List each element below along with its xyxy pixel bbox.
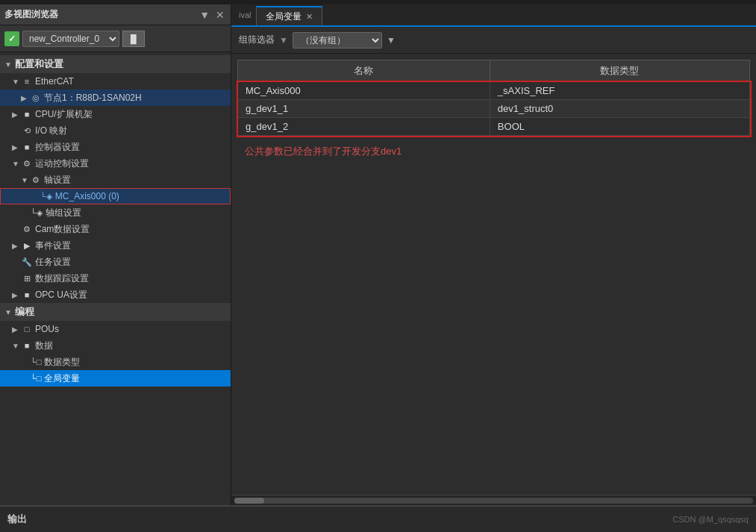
task-label: 任务设置 [35, 256, 71, 269]
col-datatype-header: 数据类型 [490, 60, 749, 82]
ethercat-icon: ≡ [22, 77, 32, 86]
tree-item-data-trace[interactable]: ▶ ⊞ 数据跟踪设置 [0, 270, 231, 287]
task-icon: 🔧 [22, 257, 32, 267]
tree-item-task[interactable]: ▶ 🔧 任务设置 [0, 254, 231, 270]
data-trace-icon: ⊞ [22, 274, 32, 284]
motion-ctrl-label: 运动控制设置 [35, 157, 89, 170]
scrollbar-thumb[interactable] [234, 498, 264, 504]
data-icon: ■ [22, 341, 32, 350]
tree-item-motion-ctrl[interactable]: ▼ ⚙ 运动控制设置 [0, 155, 231, 172]
panel-icons: ▼ ✕ [198, 9, 226, 21]
tree-item-ethercat[interactable]: ▼ ≡ EtherCAT [0, 73, 231, 90]
filter-bar: 组筛选器 ▼ （没有组） ▼ [231, 27, 756, 54]
panel-header: 多视图浏览器 ▼ ✕ [0, 4, 231, 25]
global-vars-tree-label: 全局变量 [44, 372, 80, 385]
tree-item-axis-group[interactable]: ▶ └◈ 轴组设置 [0, 204, 231, 221]
controller-dropdown[interactable]: new_Controller_0 [22, 31, 119, 47]
row1-datatype: _sAXIS_REF [490, 82, 749, 100]
row1-name: MC_Axis000 [238, 82, 490, 100]
data-table: 名称 数据类型 MC_Axis000 _sAXIS_REF g_dev1_1 d… [237, 60, 750, 136]
node1-icon: ◎ [31, 93, 41, 103]
info-message: 公共参数已经合并到了开发分支dev1 [237, 136, 750, 167]
filter-dropdown[interactable]: （没有组） [293, 32, 382, 48]
controller-status-icon [4, 31, 19, 46]
cam-icon: ⚙ [22, 225, 32, 234]
table-row[interactable]: g_dev1_2 BOOL [238, 118, 750, 136]
io-label: I/O 映射 [35, 125, 67, 137]
scrollbar-track[interactable] [234, 498, 753, 504]
pin-icon[interactable]: ▼ [198, 9, 211, 21]
table-area: 名称 数据类型 MC_Axis000 _sAXIS_REF g_dev1_1 d… [231, 54, 756, 495]
controller-expand-btn[interactable]: ▐▌ [122, 31, 145, 47]
close-icon[interactable]: ✕ [214, 9, 226, 21]
left-panel: 多视图浏览器 ▼ ✕ new_Controller_0 ▐▌ ▼ 配置和设置 ▼… [0, 4, 231, 505]
data-types-label: 数据类型 [44, 356, 80, 369]
row3-datatype: BOOL [490, 118, 749, 136]
tree-item-axis-settings[interactable]: ▼ ⚙ 轴设置 [0, 172, 231, 188]
bottom-credit: CSDN @M_qsqsqsq [672, 515, 749, 524]
tree-item-node1[interactable]: ▶ ◎ 节点1：R88D-1SAN02H [0, 90, 231, 106]
tab-global-vars[interactable]: 全局变量 ✕ [256, 6, 322, 25]
tree-item-cam[interactable]: ▶ ⚙ Cam数据设置 [0, 221, 231, 237]
pous-icon: □ [22, 325, 32, 334]
tab-bar: ival 全局变量 ✕ [231, 4, 756, 27]
col-name-header: 名称 [238, 60, 490, 82]
cpu-label: CPU/扩展机架 [35, 108, 93, 121]
table-scrollbar[interactable] [231, 495, 756, 505]
ethercat-label: EtherCAT [35, 76, 74, 87]
tree-item-mc-axis000[interactable]: ▶ └◈ MC_Axis000 (0) [0, 188, 231, 204]
tree-item-data[interactable]: ▼ ■ 数据 [0, 337, 231, 354]
pous-label: POUs [35, 324, 59, 334]
right-panel: ival 全局变量 ✕ 组筛选器 ▼ （没有组） ▼ 名称 数据类型 [231, 4, 756, 505]
axis-settings-icon: ⚙ [31, 175, 41, 185]
cpu-icon: ■ [22, 110, 32, 119]
axis-group-label: 轴组设置 [46, 207, 81, 219]
filter-label: 组筛选器 [239, 34, 275, 46]
tree-item-data-types[interactable]: ▶ └□ 数据类型 [0, 354, 231, 370]
row2-datatype: dev1_struct0 [490, 100, 749, 118]
io-icon: ⟲ [22, 126, 32, 136]
table-row[interactable]: MC_Axis000 _sAXIS_REF [238, 82, 750, 100]
filter-dropdown-arrow: ▼ [387, 35, 396, 46]
table-row[interactable]: g_dev1_1 dev1_struct0 [238, 100, 750, 118]
mc-axis-icon: └◈ [40, 192, 52, 201]
bottom-bar: 输出 CSDN @M_qsqsqsq [0, 505, 756, 532]
tree-item-global-vars[interactable]: ▶ └□ 全局变量 [0, 370, 231, 387]
axis-group-icon: └◈ [31, 208, 43, 218]
section-config[interactable]: ▼ 配置和设置 [0, 55, 231, 73]
tree-item-opc-ua[interactable]: ▶ ■ OPC UA设置 [0, 287, 231, 303]
tab-close-icon[interactable]: ✕ [306, 12, 313, 22]
tree-item-cpu[interactable]: ▶ ■ CPU/扩展机架 [0, 106, 231, 122]
global-vars-tree-icon: └□ [31, 374, 41, 383]
opc-ua-icon: ■ [22, 290, 32, 299]
row3-name: g_dev1_2 [238, 118, 490, 136]
tab-global-vars-label: 全局变量 [266, 10, 302, 23]
data-types-icon: └□ [31, 357, 41, 366]
tree-item-io[interactable]: ▶ ⟲ I/O 映射 [0, 122, 231, 139]
controller-bar: new_Controller_0 ▐▌ [0, 25, 231, 52]
ctrl-settings-icon: ■ [22, 143, 32, 151]
mc-axis-label: MC_Axis000 (0) [55, 191, 119, 201]
tree-item-event[interactable]: ▶ ▶ 事件设置 [0, 237, 231, 254]
opc-ua-label: OPC UA设置 [35, 289, 87, 301]
ctrl-settings-label: 控制器设置 [35, 141, 80, 154]
panel-title: 多视图浏览器 [4, 8, 58, 21]
event-label: 事件设置 [35, 240, 71, 252]
event-icon: ▶ [22, 241, 32, 251]
node1-label: 节点1：R88D-1SAN02H [44, 92, 142, 104]
filter-funnel-icon: ▼ [279, 35, 288, 46]
output-label: 输出 [7, 513, 27, 526]
section-config-label: 配置和设置 [15, 57, 63, 71]
cam-label: Cam数据设置 [35, 223, 90, 236]
axis-settings-label: 轴设置 [44, 174, 71, 187]
motion-ctrl-icon: ⚙ [22, 159, 32, 169]
tree-item-pous[interactable]: ▶ □ POUs [0, 321, 231, 337]
data-trace-label: 数据跟踪设置 [35, 272, 89, 285]
section-programming-label: 编程 [15, 305, 34, 319]
tree-item-ctrl-settings[interactable]: ▶ ■ 控制器设置 [0, 139, 231, 155]
section-programming[interactable]: ▼ 编程 [0, 303, 231, 321]
tree-area: ▼ 配置和设置 ▼ ≡ EtherCAT ▶ ◎ 节点1：R88D-1SAN02… [0, 52, 231, 505]
tab-prefix: ival [234, 10, 256, 19]
row2-name: g_dev1_1 [238, 100, 490, 118]
data-label: 数据 [35, 339, 53, 352]
